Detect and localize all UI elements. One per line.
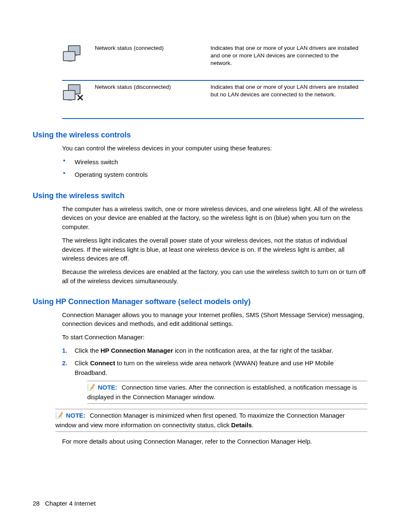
paragraph: You can control the wireless devices in …: [62, 144, 367, 153]
step-bold: HP Connection Manager: [101, 347, 173, 354]
step-item: Click the HP Connection Manager icon in …: [62, 346, 367, 356]
note-label: NOTE:: [98, 384, 117, 391]
paragraph: For more details about using Connection …: [62, 437, 367, 446]
network-disconnected-icon: ✕: [62, 83, 82, 103]
note-text: Connection time varies. After the connec…: [87, 384, 357, 400]
status-description: Indicates that one or more of your LAN d…: [210, 80, 364, 119]
network-status-table: Network status (connected) Indicates tha…: [62, 42, 364, 119]
status-description: Indicates that one or more of your LAN d…: [210, 42, 364, 80]
step-bold: Connect: [90, 359, 115, 367]
paragraph: The computer has a wireless switch, one …: [62, 204, 367, 232]
main-content: Using the wireless controls You can cont…: [62, 131, 367, 446]
note-text: Connection Manager is minimized when fir…: [55, 412, 345, 429]
paragraph: Because the wireless devices are enabled…: [62, 267, 367, 286]
paragraph: The wireless light indicates the overall…: [62, 236, 367, 263]
note-icon: 📝: [55, 411, 63, 421]
table-row: Network status (connected) Indicates tha…: [62, 42, 364, 80]
list-item: Operating system controls: [62, 170, 367, 180]
note-label: NOTE:: [66, 412, 86, 419]
step-item: Click Connect to turn on the wireless wi…: [62, 359, 367, 404]
status-label: Network status (connected): [95, 42, 210, 80]
note-box: 📝 NOTE: Connection time varies. After th…: [87, 381, 367, 404]
heading-wireless-switch: Using the wireless switch: [33, 191, 367, 200]
step-text: icon in the notification area, at the fa…: [173, 347, 333, 354]
table-row: ✕ Network status (disconnected) Indicate…: [62, 80, 364, 119]
list-item: Wireless switch: [62, 157, 367, 167]
paragraph: To start Connection Manager:: [62, 333, 367, 342]
bullet-list: Wireless switch Operating system control…: [62, 157, 367, 180]
status-label: Network status (disconnected): [95, 80, 210, 119]
heading-connection-manager: Using HP Connection Manager software (se…: [33, 297, 367, 306]
paragraph: Connection Manager allows you to manage …: [62, 310, 367, 329]
chapter-label: Chapter 4 Internet: [45, 500, 96, 507]
icon-cell: [62, 42, 95, 80]
icon-cell: ✕: [62, 80, 95, 119]
note-icon: 📝: [87, 383, 95, 393]
network-connected-icon: [62, 44, 82, 65]
step-text: Click: [75, 359, 90, 367]
heading-wireless-controls: Using the wireless controls: [33, 131, 367, 139]
note-box: 📝 NOTE: Connection Manager is minimized …: [55, 409, 367, 432]
document-page: Network status (connected) Indicates tha…: [0, 0, 400, 532]
numbered-steps: Click the HP Connection Manager icon in …: [62, 346, 367, 404]
page-number: 28: [33, 500, 40, 507]
step-text: Click the: [75, 347, 101, 354]
note-text: .: [252, 421, 254, 429]
note-bold: Details: [231, 421, 252, 429]
page-footer: 28 Chapter 4 Internet: [33, 500, 96, 507]
